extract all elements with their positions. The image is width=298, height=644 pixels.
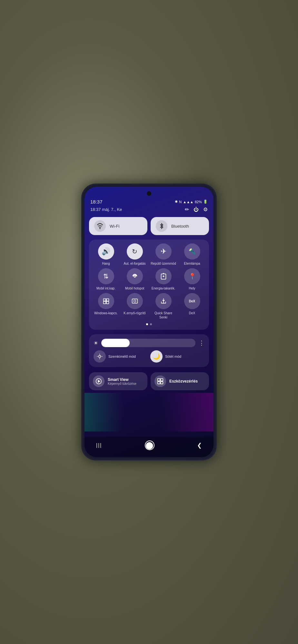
svg-rect-8 (132, 299, 137, 303)
hotspot-icon (127, 268, 143, 284)
recents-button[interactable]: ||| (94, 440, 104, 450)
bottom-tiles-row: Smart View Képernyő tükrözése Eszközvezé… (84, 370, 214, 393)
grid-item-windows[interactable]: Windows-kapcs. (93, 293, 119, 319)
flashlight-icon: 🔦 (184, 243, 200, 260)
top-tiles-row: Wi-Fi Bluetooth (84, 215, 214, 237)
location-icon: 📍 (184, 268, 200, 284)
screen-glow (84, 393, 214, 431)
airplane-icon: ✈ (155, 243, 172, 260)
grid-row-1: 🔊 Hang ↻ Aut. el-forgatás ✈ Repülő üzemm… (92, 243, 206, 266)
grid-item-airplane[interactable]: ✈ Repülő üzemmód (151, 243, 176, 266)
dot-1 (146, 323, 148, 325)
hotspot-label: Mobil hotspot (125, 286, 144, 290)
battery-icon: 🔋 (203, 200, 208, 204)
wifi-label: Wi-Fi (110, 224, 119, 229)
camera-notch (147, 191, 151, 196)
dark-mode-label: Sötét mód (165, 355, 181, 358)
smart-view-label: Smart View (108, 377, 136, 382)
autorotate-icon: ↻ (127, 243, 143, 260)
svg-rect-13 (158, 379, 160, 381)
grid-item-location[interactable]: 📍 Hely (179, 268, 205, 290)
flashlight-label: Elemlámpa (184, 261, 200, 266)
eye-comfort-row: Szemkímélő mód 🌙 Sötét mód (94, 347, 204, 363)
device-control-label: Eszközvezérlés (169, 379, 198, 384)
pagination-dots (92, 322, 206, 327)
grid-item-mobiledata[interactable]: ⇅ Mobil int.kap. (93, 268, 119, 290)
brightness-fill (101, 339, 130, 347)
sound-label: Hang (102, 261, 110, 266)
bluetooth-status-icon: ✱ (175, 200, 178, 204)
phone-outer: 18:37 ✱ N ▲▲▲ 82% 🔋 18:37 máj. 7., Ke ✏ … (81, 184, 217, 460)
status-icons: ✱ N ▲▲▲ 82% 🔋 (175, 200, 208, 204)
dex-label: DeX (189, 311, 195, 315)
svg-point-9 (134, 300, 136, 302)
quick-settings-header: 18:37 máj. 7., Ke ✏ ⏻ ⚙ (84, 206, 214, 215)
location-label: Hely (189, 286, 195, 290)
airplane-label: Repülő üzemmód (151, 261, 176, 266)
batterysaver-label: Energia-takarék. (152, 286, 175, 290)
nfc-status-icon: N (179, 200, 182, 204)
dark-mode-icon: 🌙 (150, 350, 163, 363)
smart-view-icon (93, 375, 104, 387)
screenrecord-label: K.ernyő-rögzítő (124, 311, 145, 315)
grid-item-flashlight[interactable]: 🔦 Elemlámpa (179, 243, 205, 266)
svg-rect-15 (158, 382, 160, 384)
settings-icon[interactable]: ⚙ (203, 206, 208, 213)
brightness-sun-icon: ☀ (94, 340, 98, 346)
grid-panel: 🔊 Hang ↻ Aut. el-forgatás ✈ Repülő üzemm… (89, 240, 209, 330)
grid-row-2: ⇅ Mobil int.kap. Mobil hotspot Energia-t… (92, 268, 206, 290)
bluetooth-label: Bluetooth (171, 224, 189, 229)
grid-item-hotspot[interactable]: Mobil hotspot (122, 268, 148, 290)
autorotate-label: Aut. el-forgatás (124, 261, 146, 266)
grid-item-sound[interactable]: 🔊 Hang (93, 243, 119, 266)
eye-comfort-item[interactable]: Szemkímélő mód (94, 350, 148, 363)
power-icon[interactable]: ⏻ (194, 207, 199, 213)
screenrecord-icon (127, 293, 143, 309)
back-button[interactable]: ❮ (195, 440, 204, 451)
grid-item-dex[interactable]: DeX DeX (179, 293, 205, 319)
bluetooth-tile[interactable]: Bluetooth (151, 217, 209, 235)
smart-view-sublabel: Képernyő tükrözése (108, 382, 136, 385)
quickshare-icon (155, 293, 172, 309)
smart-view-text: Smart View Képernyő tükrözése (108, 377, 136, 385)
battery-text: 82% (195, 200, 202, 204)
mobiledata-icon: ⇅ (98, 268, 114, 284)
windows-label: Windows-kapcs. (94, 311, 118, 315)
wifi-tile[interactable]: Wi-Fi (89, 217, 147, 235)
batterysaver-icon (155, 268, 172, 284)
dex-icon: DeX (184, 293, 200, 309)
brightness-track[interactable] (101, 339, 195, 347)
grid-item-screenrecord[interactable]: K.ernyő-rögzítő (122, 293, 148, 319)
nav-bar: ||| ⬤ ❮ (84, 437, 214, 457)
quickshare-label: Quick Share Senki (151, 311, 176, 319)
grid-item-batterysaver[interactable]: Energia-takarék. (151, 268, 176, 290)
svg-marker-12 (98, 380, 100, 383)
svg-rect-16 (161, 382, 163, 384)
eye-comfort-label: Szemkímélő mód (108, 355, 136, 358)
edit-icon[interactable]: ✏ (185, 206, 189, 213)
svg-point-10 (99, 355, 101, 358)
smart-view-tile[interactable]: Smart View Képernyő tükrözése (89, 372, 147, 390)
bluetooth-icon (156, 220, 167, 232)
device-control-icon (154, 375, 166, 387)
wifi-icon (94, 220, 106, 232)
device-control-tile[interactable]: Eszközvezérlés (151, 372, 209, 390)
sound-icon: 🔊 (98, 243, 114, 260)
dark-mode-item[interactable]: 🌙 Sötét mód (150, 350, 204, 363)
home-button[interactable]: ⬤ (145, 440, 154, 450)
phone-screen: 18:37 ✱ N ▲▲▲ 82% 🔋 18:37 máj. 7., Ke ✏ … (84, 187, 214, 457)
signal-icon: ▲▲▲ (183, 200, 194, 204)
brightness-menu-icon[interactable]: ⋮ (199, 339, 204, 346)
svg-rect-14 (161, 379, 163, 381)
svg-rect-6 (103, 301, 106, 304)
header-date: 18:37 máj. 7., Ke (90, 207, 122, 212)
svg-point-1 (134, 275, 136, 277)
grid-item-autorotate[interactable]: ↻ Aut. el-forgatás (122, 243, 148, 266)
svg-point-0 (100, 228, 100, 229)
grid-item-quickshare[interactable]: Quick Share Senki (151, 293, 176, 319)
eye-comfort-icon (94, 350, 106, 363)
device-control-text: Eszközvezérlés (169, 379, 198, 384)
mobiledata-label: Mobil int.kap. (96, 286, 115, 290)
header-actions: ✏ ⏻ ⚙ (185, 206, 208, 213)
svg-rect-7 (106, 301, 109, 304)
